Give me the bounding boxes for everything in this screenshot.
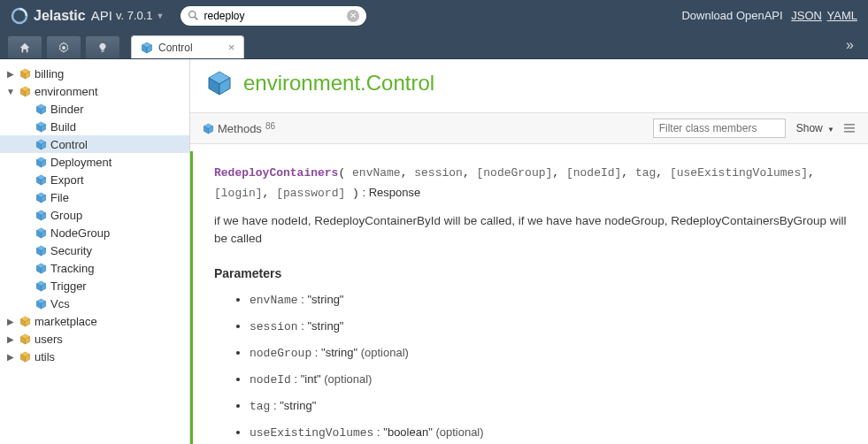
param-optional-label: (optional): [357, 346, 409, 359]
tree-toggle-icon[interactable]: ▶: [5, 317, 16, 326]
brand-name: Jelastic: [34, 8, 86, 24]
sidebar-class-tracking[interactable]: Tracking: [0, 259, 189, 277]
param-type: "string": [280, 399, 316, 412]
param-type: "string": [307, 293, 343, 306]
param-name: envName: [250, 294, 298, 307]
clear-search-button[interactable]: ✕: [347, 10, 359, 22]
tree-item-label: Binder: [50, 103, 84, 116]
sidebar-class-group[interactable]: Group: [0, 206, 189, 224]
sidebar-package-utils[interactable]: ▶utils: [0, 348, 189, 365]
methods-count: 86: [265, 121, 275, 131]
param-type: "string": [321, 346, 357, 359]
class-icon: [35, 139, 47, 150]
tree-item-label: utils: [35, 350, 55, 364]
version-dropdown[interactable]: v. 7.0.1 ▼: [116, 9, 165, 22]
settings-button[interactable]: [46, 35, 81, 58]
sidebar-package-marketplace[interactable]: ▶marketplace: [0, 312, 189, 330]
show-label: Show: [796, 122, 823, 134]
download-json-link[interactable]: JSON: [791, 9, 822, 22]
class-icon: [35, 298, 47, 310]
tab-label: Control: [158, 42, 193, 54]
sidebar-class-file[interactable]: File: [0, 188, 189, 206]
sidebar-class-nodegroup[interactable]: NodeGroup: [0, 224, 189, 241]
param-optional-label: (optional): [433, 425, 484, 439]
tree-toggle-icon[interactable]: ▼: [5, 87, 16, 96]
svg-rect-13: [102, 50, 104, 51]
search-box[interactable]: ✕: [181, 6, 366, 26]
tab-control[interactable]: Control ×: [131, 35, 244, 58]
sidebar-class-vcs[interactable]: Vcs: [0, 295, 189, 312]
top-bar: Jelastic API v. 7.0.1 ▼ ✕ Download OpenA…: [0, 0, 868, 31]
method-signature: RedeployContainers( envName, session, [n…: [214, 164, 847, 203]
tree-item-label: environment: [35, 85, 98, 98]
home-button[interactable]: [7, 35, 42, 58]
param-item: useExistingVolumes : "boolean" (optional…: [250, 425, 847, 440]
sidebar-package-billing[interactable]: ▶billing: [0, 65, 189, 82]
close-tab-button[interactable]: ×: [228, 41, 235, 54]
param-optional-label: (optional): [321, 372, 373, 386]
chevron-down-icon: ▼: [827, 126, 834, 134]
sig-param: tag: [635, 166, 656, 180]
param-type: "boolean": [383, 425, 433, 439]
search-input[interactable]: [204, 10, 342, 22]
content-area: environment.Control Methods 86 Show ▼ Re…: [190, 59, 868, 444]
tree-toggle-icon[interactable]: ▶: [5, 69, 16, 79]
tree-item-label: Vcs: [50, 297, 70, 310]
class-icon: [35, 245, 47, 256]
tree-item-label: Tracking: [50, 262, 94, 275]
methods-toolbar: Methods 86 Show ▼: [190, 112, 868, 144]
svg-rect-16: [844, 131, 855, 133]
tree-item-label: billing: [35, 67, 64, 80]
class-icon: [35, 227, 47, 239]
show-dropdown[interactable]: Show ▼: [796, 122, 834, 134]
method-name-link[interactable]: RedeployContainers: [214, 166, 338, 180]
package-icon: [19, 86, 31, 97]
tree-toggle-icon[interactable]: ▶: [5, 334, 16, 344]
parameters-list: envName : "string"session : "string"node…: [214, 293, 847, 440]
page-title: environment.Control: [243, 71, 434, 96]
list-view-toggle[interactable]: [843, 122, 856, 134]
param-item: nodeGroup : "string" (optional): [250, 346, 847, 360]
param-type: "string": [307, 319, 343, 333]
sidebar-class-export[interactable]: Export: [0, 171, 189, 188]
class-icon: [35, 174, 47, 186]
filter-members-input[interactable]: [653, 119, 786, 138]
svg-line-11: [195, 17, 197, 19]
sig-param: [nodeId]: [566, 166, 621, 180]
package-icon: [19, 333, 31, 345]
hint-button[interactable]: [85, 35, 120, 58]
sidebar-class-trigger[interactable]: Trigger: [0, 277, 189, 295]
tree-toggle-icon[interactable]: ▶: [5, 352, 16, 362]
sidebar-class-control[interactable]: Control: [0, 135, 189, 153]
sidebar-class-build[interactable]: Build: [0, 118, 189, 135]
tree-item-label: NodeGroup: [50, 226, 110, 240]
class-cube-icon: [206, 70, 233, 96]
class-icon: [35, 280, 47, 292]
tree-item-label: File: [50, 191, 69, 204]
tree-item-label: Group: [50, 209, 82, 222]
tree-item-label: Control: [50, 138, 88, 151]
class-icon: [141, 42, 153, 54]
tree-item-label: Export: [50, 173, 84, 187]
tree-item-label: users: [35, 333, 63, 346]
sidebar-class-binder[interactable]: Binder: [0, 100, 189, 118]
search-icon: [188, 10, 199, 21]
download-yaml-link[interactable]: YAML: [827, 9, 857, 22]
sidebar-class-security[interactable]: Security: [0, 241, 189, 259]
expand-tabs-button[interactable]: »: [839, 37, 861, 58]
sidebar-class-deployment[interactable]: Deployment: [0, 153, 189, 171]
download-links: Download OpenAPI JSON YAML: [681, 9, 857, 22]
tree-item-label: Deployment: [50, 156, 111, 169]
param-item: tag : "string": [250, 399, 847, 413]
method-description: if we have nodeId, RedeployContainerById…: [214, 212, 847, 249]
sig-param: envName: [352, 166, 401, 180]
class-icon: [35, 210, 47, 221]
class-icon: [35, 157, 47, 168]
brand-logo: Jelastic: [11, 7, 86, 25]
sig-param: [password]: [276, 187, 345, 200]
sidebar-package-users[interactable]: ▶users: [0, 330, 189, 348]
sidebar-tree[interactable]: ▶billing▼environmentBinderBuildControlDe…: [0, 59, 190, 444]
param-item: nodeId : "int" (optional): [250, 372, 847, 387]
parameters-heading: Parameters: [214, 266, 847, 280]
sidebar-package-environment[interactable]: ▼environment: [0, 82, 189, 100]
